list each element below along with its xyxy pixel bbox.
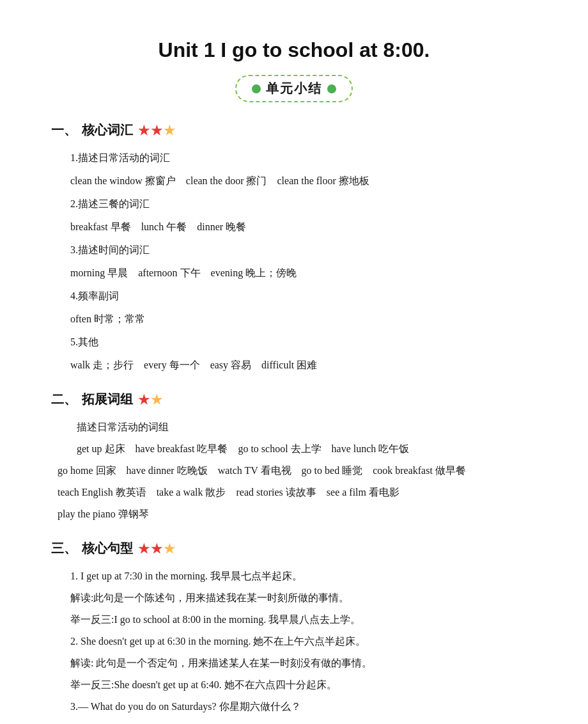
section-content-3: 1. I get up at 7:30 in the morning. 我早晨七…	[70, 566, 537, 717]
phrase-line-4: play the piano 弹钢琴	[58, 504, 537, 524]
section-phrases: 二、 拓展词组 ★ ★ 描述日常活动的词组 get up 起床 have bre…	[51, 391, 537, 524]
star-1-2: ★	[151, 123, 162, 138]
analysis-1: 解读:此句是一个陈述句，用来描述我在某一时刻所做的事情。	[70, 588, 537, 608]
star-2-2: ★	[151, 392, 162, 407]
star-3-2: ★	[151, 541, 162, 556]
star-1-1: ★	[138, 123, 150, 138]
page-title: Unit 1 I go to school at 8:00.	[51, 38, 537, 62]
section-number-3: 三、	[51, 540, 77, 557]
sentence-1: 1. I get up at 7:30 in the morning. 我早晨七…	[70, 566, 537, 586]
unit-summary-badge: 单元小结	[51, 75, 537, 102]
vocab-cat-1: 1.描述日常活动的词汇	[70, 148, 537, 168]
star-2-1: ★	[138, 392, 150, 407]
section-label-1: 核心词汇	[82, 122, 133, 139]
section-vocabulary: 一、 核心词汇 ★ ★ ★ 1.描述日常活动的词汇 clean the wind…	[51, 122, 537, 375]
section-label-2: 拓展词组	[82, 391, 133, 408]
stars-3: ★ ★ ★	[138, 541, 175, 556]
vocab-line-1: clean the window 擦窗户 clean the door 擦门 c…	[70, 171, 537, 191]
section-label-3: 核心句型	[82, 540, 133, 557]
section-number-1: 一、	[51, 122, 77, 139]
star-1-3: ★	[164, 123, 175, 138]
badge-inner: 单元小结	[235, 75, 353, 102]
vocab-cat-3: 3.描述时间的词汇	[70, 240, 537, 260]
section-header-2: 二、 拓展词组 ★ ★	[51, 391, 537, 408]
phrase-line-1: get up 起床 have breakfast 吃早餐 go to schoo…	[77, 439, 537, 459]
vocab-line-2: breakfast 早餐 lunch 午餐 dinner 晚餐	[70, 217, 537, 237]
example-2: 举一反三:She doesn't get up at 6:40. 她不在六点四十…	[70, 675, 537, 695]
badge-text: 单元小结	[266, 80, 322, 97]
vocab-line-5: walk 走；步行 every 每一个 easy 容易 difficult 困难	[70, 355, 537, 375]
section-content-1: 1.描述日常活动的词汇 clean the window 擦窗户 clean t…	[70, 148, 537, 375]
phrase-line-2: go home 回家 have dinner 吃晚饭 watch TV 看电视 …	[58, 460, 537, 481]
phrase-cat-1: 描述日常活动的词组	[77, 417, 537, 437]
vocab-line-3: morning 早晨 afternoon 下午 evening 晚上；傍晚	[70, 263, 537, 283]
star-3-3: ★	[164, 541, 175, 556]
vocab-line-4: often 时常；常常	[70, 309, 537, 329]
example-1: 举一反三:I go to school at 8:00 in the morni…	[70, 610, 537, 630]
badge-dot-left	[252, 84, 261, 93]
phrase-line-3: teach English 教英语 take a walk 散步 read st…	[58, 482, 537, 503]
section-header-3: 三、 核心句型 ★ ★ ★	[51, 540, 537, 557]
vocab-cat-5: 5.其他	[70, 332, 537, 352]
star-3-1: ★	[138, 541, 150, 556]
badge-dot-right	[327, 84, 336, 93]
analysis-2: 解读: 此句是一个否定句，用来描述某人在某一时刻没有做的事情。	[70, 653, 537, 673]
section-number-2: 二、	[51, 391, 77, 408]
section-sentences: 三、 核心句型 ★ ★ ★ 1. I get up at 7:30 in the…	[51, 540, 537, 717]
sentence-2: 2. She doesn't get up at 6:30 in the mor…	[70, 631, 537, 652]
section-content-2: 描述日常活动的词组 get up 起床 have breakfast 吃早餐 g…	[58, 417, 537, 524]
vocab-cat-4: 4.频率副词	[70, 286, 537, 306]
vocab-cat-2: 2.描述三餐的词汇	[70, 194, 537, 214]
stars-2: ★ ★	[138, 392, 162, 407]
section-header-1: 一、 核心词汇 ★ ★ ★	[51, 122, 537, 139]
stars-1: ★ ★ ★	[138, 123, 175, 138]
sentence-3: 3.— What do you do on Saturdays? 你星期六做什么…	[70, 696, 537, 717]
